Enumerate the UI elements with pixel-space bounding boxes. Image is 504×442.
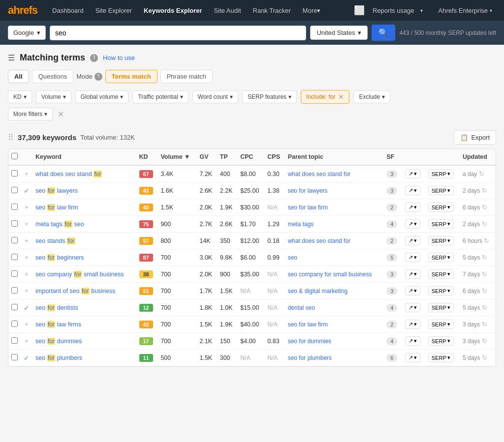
row-checkbox[interactable] bbox=[11, 220, 18, 227]
row-action-check[interactable]: ✓ bbox=[24, 354, 30, 362]
keyword-link[interactable]: seo stands for bbox=[35, 237, 75, 244]
trend-button[interactable]: ↗ ▾ bbox=[405, 253, 420, 262]
nav-rank-tracker[interactable]: Rank Tracker bbox=[248, 0, 296, 21]
refresh-icon[interactable]: ↻ bbox=[482, 354, 487, 361]
row-action[interactable]: + bbox=[21, 249, 32, 266]
serp-button[interactable]: SERP ▾ bbox=[428, 169, 454, 178]
row-checkbox[interactable] bbox=[11, 321, 18, 327]
row-action[interactable]: + bbox=[21, 333, 32, 350]
parent-topic-link[interactable]: meta tags bbox=[288, 221, 314, 228]
trend-button[interactable]: ↗ ▾ bbox=[405, 236, 420, 245]
filter-exclude[interactable]: Exclude ▾ bbox=[353, 90, 390, 103]
include-close-icon[interactable]: ✕ bbox=[338, 93, 344, 101]
row-action[interactable]: ✓ bbox=[21, 182, 32, 199]
refresh-icon[interactable]: ↻ bbox=[482, 321, 487, 328]
row-action-plus[interactable]: + bbox=[25, 204, 28, 211]
parent-topic-link[interactable]: seo for lawyers bbox=[288, 187, 328, 194]
parent-topic-link[interactable]: seo for law firm bbox=[288, 204, 328, 211]
search-engine-select[interactable]: Google ▾ bbox=[8, 26, 46, 40]
refresh-icon[interactable]: ↻ bbox=[482, 270, 487, 278]
refresh-icon[interactable]: ↻ bbox=[482, 220, 487, 228]
row-checkbox[interactable] bbox=[11, 354, 18, 360]
keyword-link[interactable]: seo for law firm bbox=[35, 204, 78, 211]
nav-site-explorer[interactable]: Site Explorer bbox=[91, 0, 137, 21]
row-action[interactable]: + bbox=[21, 216, 32, 233]
row-checkbox[interactable] bbox=[11, 270, 18, 277]
row-action-plus[interactable]: + bbox=[25, 271, 28, 278]
trend-button[interactable]: ↗ ▾ bbox=[405, 320, 420, 329]
serp-button[interactable]: SERP ▾ bbox=[428, 236, 454, 245]
row-action-plus[interactable]: + bbox=[25, 288, 28, 295]
refresh-icon[interactable]: ↻ bbox=[482, 187, 487, 194]
parent-topic-link[interactable]: seo for law firm bbox=[288, 321, 328, 328]
row-checkbox[interactable] bbox=[11, 237, 18, 243]
keyword-link[interactable]: seo for plumbers bbox=[35, 354, 82, 361]
refresh-icon[interactable]: ↻ bbox=[482, 304, 487, 311]
tab-phrase-match[interactable]: Phrase match bbox=[160, 70, 213, 83]
refresh-icon[interactable]: ↻ bbox=[482, 254, 487, 261]
serp-button[interactable]: SERP ▾ bbox=[428, 186, 454, 195]
row-checkbox[interactable] bbox=[11, 287, 18, 294]
keyword-link[interactable]: seo for beginners bbox=[35, 254, 84, 261]
serp-button[interactable]: SERP ▾ bbox=[428, 336, 454, 346]
parent-topic-link[interactable]: dental seo bbox=[288, 304, 315, 311]
parent-topic-link[interactable]: seo for dummies bbox=[288, 338, 332, 345]
serp-button[interactable]: SERP ▾ bbox=[428, 303, 454, 312]
row-checkbox[interactable] bbox=[11, 170, 18, 177]
trend-button[interactable]: ↗ ▾ bbox=[405, 286, 420, 295]
nav-more[interactable]: More ▾ bbox=[298, 0, 326, 21]
parent-topic-link[interactable]: seo & digital marketing bbox=[288, 288, 347, 295]
trend-button[interactable]: ↗ ▾ bbox=[405, 336, 420, 346]
tab-terms-match[interactable]: Terms match bbox=[105, 70, 158, 83]
serp-button[interactable]: SERP ▾ bbox=[428, 203, 454, 212]
country-select[interactable]: United States ▾ bbox=[310, 26, 368, 40]
reports-usage-button[interactable]: Reports usage ▾ bbox=[369, 4, 431, 17]
col-volume[interactable]: Volume ▼ bbox=[158, 149, 196, 165]
filter-traffic-potential[interactable]: Traffic potential ▾ bbox=[132, 90, 188, 103]
keyword-link[interactable]: seo for lawyers bbox=[35, 187, 78, 194]
filter-kd[interactable]: KD ▾ bbox=[8, 90, 32, 103]
mode-help-icon[interactable]: ? bbox=[94, 73, 102, 81]
row-action-plus[interactable]: + bbox=[25, 254, 28, 261]
row-action-plus[interactable]: + bbox=[25, 338, 28, 345]
clear-filters-icon[interactable]: ✕ bbox=[58, 110, 64, 119]
row-action-plus[interactable]: + bbox=[25, 221, 28, 228]
how-to-use-link[interactable]: How to use bbox=[103, 54, 135, 61]
row-action-check[interactable]: ✓ bbox=[24, 187, 30, 195]
serp-button[interactable]: SERP ▾ bbox=[428, 286, 454, 295]
trend-button[interactable]: ↗ ▾ bbox=[405, 169, 420, 178]
row-checkbox[interactable] bbox=[11, 204, 18, 210]
logo[interactable]: ahrefs bbox=[8, 4, 37, 17]
row-action[interactable]: ✓ bbox=[21, 299, 32, 316]
export-button[interactable]: 📋 Export bbox=[454, 130, 496, 145]
trend-button[interactable]: ↗ ▾ bbox=[405, 269, 420, 279]
row-action[interactable]: + bbox=[21, 233, 32, 249]
row-action[interactable]: + bbox=[21, 266, 32, 283]
row-action-plus[interactable]: + bbox=[25, 171, 28, 177]
trend-button[interactable]: ↗ ▾ bbox=[405, 219, 420, 229]
filter-word-count[interactable]: Word count ▾ bbox=[192, 90, 238, 103]
trend-button[interactable]: ↗ ▾ bbox=[405, 203, 420, 212]
row-action-plus[interactable]: + bbox=[25, 321, 28, 328]
keyword-link[interactable]: seo company for small business bbox=[35, 271, 124, 278]
trend-button[interactable]: ↗ ▾ bbox=[405, 186, 420, 195]
filter-volume[interactable]: Volume ▾ bbox=[36, 90, 71, 103]
row-action[interactable]: + bbox=[21, 165, 32, 182]
parent-topic-link[interactable]: what does seo stand for bbox=[288, 171, 350, 177]
serp-button[interactable]: SERP ▾ bbox=[428, 353, 454, 362]
row-action[interactable]: + bbox=[21, 283, 32, 299]
help-icon[interactable]: ? bbox=[90, 54, 98, 62]
filter-global-volume[interactable]: Global volume ▾ bbox=[75, 90, 129, 103]
refresh-icon[interactable]: ↻ bbox=[482, 204, 487, 211]
keyword-link[interactable]: meta tags for seo bbox=[35, 221, 84, 228]
row-action[interactable]: ✓ bbox=[21, 350, 32, 366]
serp-button[interactable]: SERP ▾ bbox=[428, 253, 454, 262]
row-action-plus[interactable]: + bbox=[25, 237, 28, 244]
search-button[interactable]: 🔍 bbox=[372, 25, 395, 41]
parent-topic-link[interactable]: seo for plumbers bbox=[288, 354, 332, 361]
trend-button[interactable]: ↗ ▾ bbox=[405, 353, 420, 362]
nav-dashboard[interactable]: Dashboard bbox=[47, 0, 89, 21]
enterprise-button[interactable]: Ahrefs Enterprise ▾ bbox=[435, 5, 496, 16]
parent-topic-link[interactable]: seo company for small business bbox=[288, 271, 372, 278]
monitor-icon[interactable]: ⬜ bbox=[354, 5, 365, 16]
